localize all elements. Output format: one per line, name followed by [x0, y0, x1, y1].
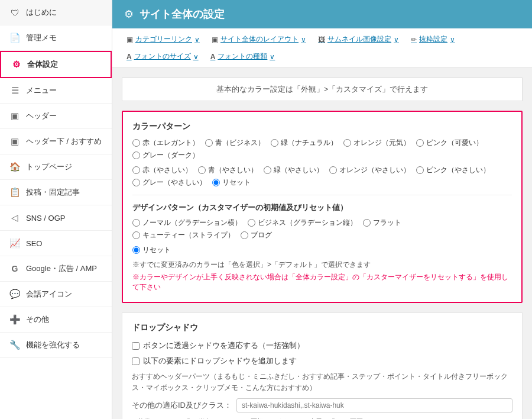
drop-shadow-title: ドロップシャドウ — [132, 323, 512, 333]
font-size-icon: A — [126, 53, 132, 61]
radio-blue-business[interactable]: 青（ビジネス） — [205, 138, 265, 148]
thumbnail-icon: 🖼 — [318, 36, 325, 44]
toolbar: ▣ カテゴリーリンク ∨ ▣ サイト全体のレイアウト ∨ 🖼 サムネイル画像設定… — [112, 28, 532, 68]
radio-gray-yasashii[interactable]: グレー（やさしい） — [132, 178, 206, 188]
radio-normal[interactable]: ノーマル（グラデーション横） — [132, 218, 242, 228]
excerpt-icon: ✏ — [411, 36, 417, 44]
color-pattern-row1: 赤（エレガント） 青（ビジネス） 緑（ナチュラル） オレンジ（元気） ピンク（可… — [132, 138, 512, 160]
chat-icon: 💬 — [9, 289, 20, 299]
sidebar-item-chat-icon[interactable]: 💬 会話アイコン — [0, 282, 112, 307]
menu-icon: ☰ — [9, 85, 20, 96]
post-fixed-icon: 📋 — [9, 187, 20, 198]
toolbar-category-link[interactable]: ▣ カテゴリーリンク ∨ — [122, 32, 205, 47]
color-pattern-title: カラーパターン — [132, 121, 512, 132]
chevron-down-icon5: ∨ — [193, 53, 199, 61]
sidebar-item-kanri-memo[interactable]: 📄 管理メモ — [0, 25, 112, 51]
checkbox-element-shadow[interactable]: 以下の要素にドロップシャドウを追加します — [132, 356, 512, 366]
drop-shadow-input[interactable] — [236, 398, 512, 412]
drop-shadow-field-label: その他の適応ID及びクラス： — [132, 400, 232, 411]
sidebar-item-zentai-settei[interactable]: ⚙ 全体設定 — [0, 51, 112, 78]
toolbar-font-size[interactable]: A フォントのサイズ ∨ — [122, 49, 203, 64]
toolbar-site-layout[interactable]: ▣ サイト全体のレイアウト ∨ — [207, 32, 311, 47]
chevron-down-icon4: ∨ — [450, 36, 455, 44]
drop-shadow-desc: おすすめヘッダーパーツ（まるもじ・ミニふきだし・おすすめ記事・ステップ・ポイント… — [132, 371, 512, 394]
page-title-bar: ⚙ サイト全体の設定 — [112, 0, 532, 28]
drop-shadow-section: ドロップシャドウ ボタンに透過シャドウを適応する（一括強制） 以下の要素にドロッ… — [122, 312, 523, 419]
sidebar-item-other[interactable]: ➕ その他 — [0, 307, 112, 333]
page-title-icon: ⚙ — [124, 8, 134, 21]
chevron-down-icon: ∨ — [194, 36, 200, 44]
info-bar: 基本的なカラー設定は「外観」>「カスタマイズ」で行えます — [122, 78, 523, 101]
design-reset-row: リセット — [132, 245, 512, 255]
radio-blog[interactable]: ブログ — [241, 230, 272, 240]
chevron-down-icon6: ∨ — [270, 53, 275, 61]
font-type-icon: A — [210, 53, 216, 61]
radio-reset-design[interactable]: リセット — [132, 245, 171, 255]
content-area: 基本的なカラー設定は「外観」>「カスタマイズ」で行えます カラーパターン 赤（エ… — [112, 68, 532, 419]
enhance-icon: 🔧 — [9, 340, 20, 350]
radio-green-natural[interactable]: 緑（ナチュラル） — [271, 138, 338, 148]
radio-orange-genki[interactable]: オレンジ（元気） — [343, 138, 410, 148]
radio-pink-kawaii[interactable]: ピンク（可愛い） — [416, 138, 483, 148]
checkbox-button-shadow[interactable]: ボタンに透過シャドウを適応する（一括強制） — [132, 340, 512, 351]
toolbar-thumbnail[interactable]: 🖼 サムネイル画像設定 ∨ — [313, 32, 404, 47]
zentai-icon: ⚙ — [11, 59, 21, 70]
google-icon: G — [9, 264, 20, 273]
radio-red-yasashii[interactable]: 赤（やさしい） — [132, 165, 192, 175]
sidebar-item-header[interactable]: ▣ ヘッダー — [0, 104, 112, 129]
radio-orange-yasashii[interactable]: オレンジ（やさしい） — [329, 165, 410, 175]
sidebar-item-header-below[interactable]: ▣ ヘッダー下 / おすすめ — [0, 129, 112, 154]
design-pattern-title: デザインパターン（カスタマイザーの初期値及びリセット値） — [132, 202, 512, 213]
sidebar-item-google-ads[interactable]: G Google・広告 / AMP — [0, 256, 112, 282]
color-pattern-row2: 赤（やさしい） 青（やさしい） 緑（やさしい） オレンジ（やさしい） ピンク（や… — [132, 165, 512, 188]
other-icon: ➕ — [9, 314, 20, 325]
main-area: ⚙ サイト全体の設定 ▣ カテゴリーリンク ∨ ▣ サイト全体のレイアウト ∨ … — [112, 0, 532, 419]
drop-shadow-field-row: その他の適応ID及びクラス： — [132, 398, 512, 412]
radio-gray-dark[interactable]: グレー（ダーク） — [132, 150, 199, 160]
seo-icon: 📈 — [9, 238, 20, 249]
top-page-icon: 🏠 — [9, 162, 20, 172]
design-pattern-options: ノーマル（グラデーション横） ビジネス（グラデーション縦） フラット キューティ… — [132, 218, 512, 240]
toolbar-excerpt[interactable]: ✏ 抜粋設定 ∨ — [406, 32, 460, 47]
chevron-down-icon3: ∨ — [394, 36, 399, 44]
radio-cutie[interactable]: キューティー（ストライプ） — [132, 230, 235, 240]
sns-icon: ◁ — [9, 212, 20, 223]
sidebar: 🛡 はじめに 📄 管理メモ ⚙ 全体設定 ☰ メニュー ▣ ヘッダー ▣ ヘッダ… — [0, 0, 112, 419]
radio-flat[interactable]: フラット — [363, 218, 401, 228]
page-title: サイト全体の設定 — [140, 7, 225, 21]
divider — [132, 195, 512, 195]
sidebar-item-seo[interactable]: 📈 SEO — [0, 231, 112, 256]
radio-business[interactable]: ビジネス（グラデーション縦） — [248, 218, 357, 228]
category-link-icon: ▣ — [126, 36, 133, 44]
radio-red-elegant[interactable]: 赤（エレガント） — [132, 138, 199, 148]
radio-pink-yasashii[interactable]: ピンク（やさしい） — [416, 165, 490, 175]
radio-blue-yasashii[interactable]: 青（やさしい） — [198, 165, 258, 175]
sidebar-item-sns-ogp[interactable]: ◁ SNS / OGP — [0, 205, 112, 231]
kanri-memo-icon: 📄 — [9, 33, 20, 43]
chevron-down-icon2: ∨ — [301, 36, 306, 44]
sidebar-item-hajimeni[interactable]: 🛡 はじめに — [0, 0, 112, 25]
sidebar-item-top-page[interactable]: 🏠 トップページ — [0, 154, 112, 180]
hajimeni-icon: 🛡 — [9, 8, 20, 18]
header-icon: ▣ — [9, 111, 20, 121]
sidebar-item-post-fixed[interactable]: 📋 投稿・固定記事 — [0, 180, 112, 205]
design-note: ※すでに変更済みのカラーは「色を選択」>「デフォルト」で選択できます — [132, 260, 512, 270]
color-design-section: カラーパターン 赤（エレガント） 青（ビジネス） 緑（ナチュラル） オレンジ（元… — [122, 111, 523, 303]
site-layout-icon: ▣ — [212, 36, 218, 44]
radio-green-yasashii[interactable]: 緑（やさしい） — [264, 165, 323, 175]
toolbar-font-type[interactable]: A フォントの種類 ∨ — [206, 49, 280, 64]
radio-reset-color[interactable]: リセット — [212, 178, 251, 188]
sidebar-item-menu[interactable]: ☰ メニュー — [0, 78, 112, 104]
sidebar-item-enhance[interactable]: 🔧 機能を強化する — [0, 333, 112, 358]
design-warning: ※カラーやデザインが上手く反映されない場合は「全体カラー設定」の「カスターマイザ… — [132, 272, 512, 292]
header-below-icon: ▣ — [9, 136, 20, 147]
